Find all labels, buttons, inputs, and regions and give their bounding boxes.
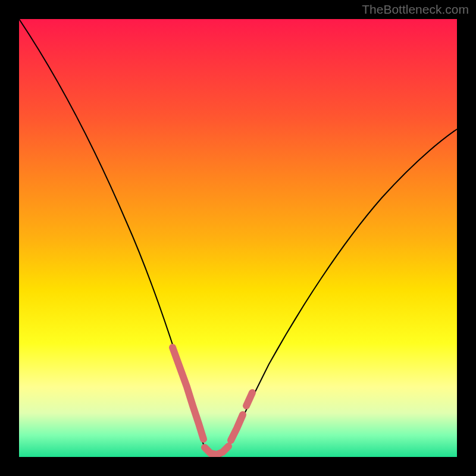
watermark-text: TheBottleneck.com xyxy=(362,2,469,17)
plot-area xyxy=(19,19,457,457)
marker-seg-bottom xyxy=(205,446,228,455)
chart-svg xyxy=(19,19,457,457)
bottleneck-curve xyxy=(19,19,457,457)
marker-group xyxy=(173,347,252,455)
marker-seg-right xyxy=(231,393,252,440)
marker-seg-left xyxy=(173,347,203,439)
